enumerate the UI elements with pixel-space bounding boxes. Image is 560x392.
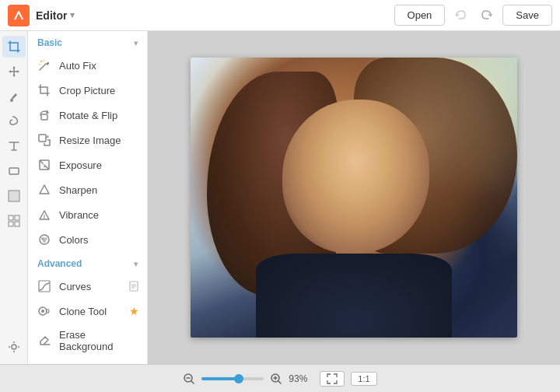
header: Editor ▾ Open Save [0,0,560,31]
eraser-icon [37,334,51,348]
sidebar-menu: Basic ▾ Auto Fix Crop Picture Rotate & F… [28,31,148,364]
svg-point-16 [39,64,40,65]
svg-line-46 [278,381,281,383]
crop-icon [37,83,51,97]
zoom-out-icon [183,373,195,385]
svg-rect-18 [41,114,47,120]
sidebar-item-curves[interactable]: Curves [28,274,147,299]
svg-rect-4 [9,215,13,220]
svg-point-17 [43,60,44,61]
rotate-icon [37,108,51,122]
app-logo [8,5,30,26]
zoom-ratio-button[interactable]: 1:1 [351,372,376,386]
section-basic-chevron: ▾ [134,39,138,47]
tool-fill[interactable] [2,185,26,207]
face-highlight [282,100,429,254]
clone-icon [37,304,51,318]
sidebar-item-vibrance[interactable]: Vibrance [28,202,147,227]
svg-rect-19 [39,135,46,142]
zoom-slider-thumb[interactable] [234,374,243,383]
sidebar-item-crop-picture[interactable]: Crop Picture [28,78,147,103]
svg-point-38 [41,310,44,313]
svg-point-1 [10,99,13,102]
sidebar-item-clone-tool[interactable]: Clone Tool ★ [28,299,147,324]
zoom-fit-button[interactable] [320,371,345,387]
bottom-bar: 93% 1:1 [0,364,560,392]
shirt-bottom [256,254,452,338]
sharpen-icon [37,183,51,197]
tool-shape[interactable] [2,160,26,182]
image-inner [191,58,517,338]
zoom-percent-label: 93% [289,373,313,384]
sidebar-item-sharpen[interactable]: Sharpen [28,177,147,202]
tool-move[interactable] [2,61,26,82]
svg-point-31 [43,240,46,243]
colors-icon [37,233,51,247]
tool-crop[interactable] [2,36,26,58]
tool-smudge[interactable] [2,110,26,132]
svg-rect-7 [15,222,19,226]
vibrance-icon [37,208,51,222]
header-actions: Open Save [394,5,552,26]
zoom-slider[interactable] [201,377,264,380]
wand-icon [37,58,51,72]
svg-rect-3 [9,191,19,201]
tool-brush[interactable] [2,86,26,107]
undo-button[interactable] [450,5,471,26]
clone-badge: ★ [129,305,139,317]
svg-line-13 [40,64,46,70]
svg-marker-25 [40,185,49,194]
svg-point-15 [40,61,42,62]
zoom-slider-fill [201,377,239,380]
tool-pattern[interactable] [2,210,26,232]
sidebar-item-auto-fix[interactable]: Auto Fix [28,53,147,78]
section-advanced-chevron: ▾ [134,260,138,268]
sidebar-item-rotate-flip[interactable]: Rotate & Flip [28,103,147,128]
editor-dropdown[interactable]: ▾ [70,10,75,20]
resize-icon [37,133,51,147]
sidebar-item-exposure[interactable]: Exposure [28,152,147,177]
section-header-advanced[interactable]: Advanced ▾ [28,252,147,274]
svg-rect-5 [15,215,19,220]
svg-rect-6 [9,222,13,226]
svg-marker-14 [46,62,49,65]
sidebar-item-erase-background[interactable]: Erase Background [28,324,147,358]
zoom-in-icon [270,373,282,385]
sidebar-item-colors[interactable]: Colors [28,227,147,252]
tool-strip-bottom [2,336,26,364]
canvas-area [148,31,560,364]
main-area: Basic ▾ Auto Fix Crop Picture Rotate & F… [0,31,560,364]
open-button[interactable]: Open [394,5,446,26]
redo-button[interactable] [476,5,498,26]
tool-text[interactable] [2,135,26,157]
curves-badge [128,281,139,292]
sidebar-item-resize-image[interactable]: Resize Image [28,128,147,152]
app-title: Editor ▾ [36,9,75,22]
svg-rect-2 [9,168,19,174]
save-button[interactable]: Save [502,5,552,26]
svg-point-8 [12,345,16,349]
section-header-basic[interactable]: Basic ▾ [28,31,147,53]
curves-icon [37,279,51,293]
svg-line-42 [191,381,194,383]
canvas-image[interactable] [191,58,517,338]
tool-strip [0,31,28,364]
tool-light[interactable] [2,336,26,358]
exposure-icon [37,158,51,172]
